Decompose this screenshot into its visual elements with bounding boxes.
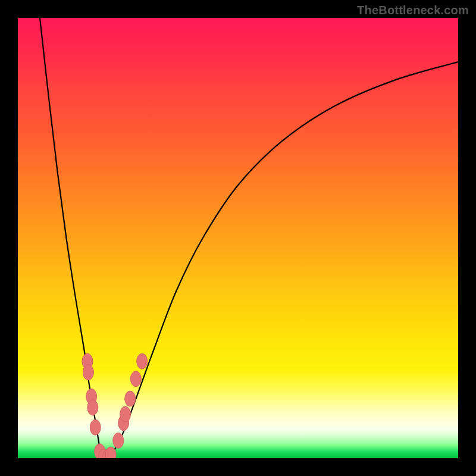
chart-frame: TheBottleneck.com (0, 0, 476, 476)
data-marker (113, 433, 124, 448)
data-marker (90, 419, 101, 435)
data-marker (83, 365, 93, 380)
plot-area (18, 18, 458, 458)
watermark-text: TheBottleneck.com (357, 4, 469, 17)
marker-group (82, 353, 148, 458)
data-marker (125, 391, 136, 406)
data-marker (87, 400, 98, 415)
bottleneck-curve (40, 18, 458, 458)
curve-layer (18, 18, 458, 458)
data-marker (130, 371, 141, 387)
data-marker (120, 406, 131, 422)
data-marker (137, 353, 148, 369)
